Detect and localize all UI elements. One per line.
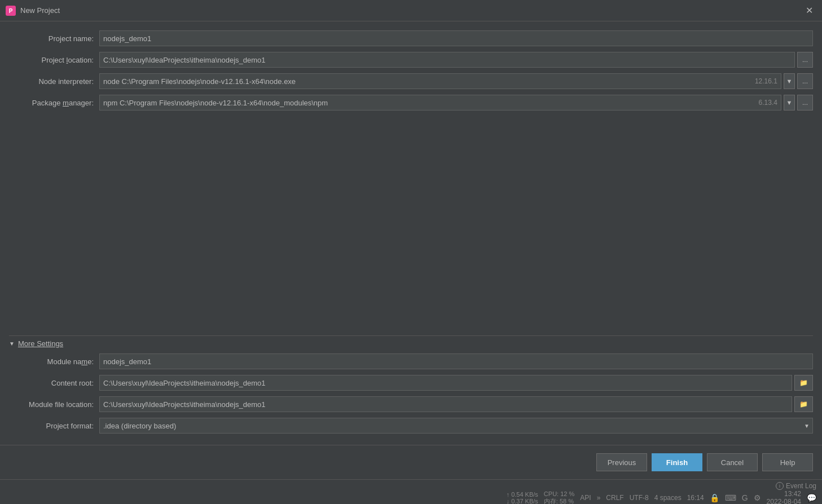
project-location-label: Project location: [9,56,99,64]
download-speed: ↓ 0.37 KB/s [507,498,538,504]
content-root-input[interactable] [99,375,792,391]
project-location-browse-btn[interactable]: ... [797,52,813,68]
module-file-location-wrapper: 📁 [99,396,813,412]
node-interpreter-label: Node interpreter: [9,77,99,86]
package-manager-row: Package manager: npm C:\Program Files\no… [9,95,813,110]
module-file-location-row: Module file location: 📁 [9,396,813,412]
charset-status[interactable]: UTF-8 [630,494,649,502]
package-manager-label: Package manager: [9,99,99,107]
module-name-row: Module name: [9,353,813,369]
project-name-row: Project name: [9,30,813,46]
project-location-input[interactable] [99,52,795,68]
svg-text:P: P [9,8,13,14]
cpu-stat: CPU: 12 % [544,490,574,497]
node-interpreter-wrapper: node C:\Program Files\nodejs\node-v12.16… [99,73,813,89]
status-row1: i Event Log [0,480,822,492]
previous-button[interactable]: Previous [596,453,647,471]
project-format-select[interactable]: .idea (directory based) [99,418,813,434]
event-log-icon: i [776,482,784,490]
keyboard-icon: ⌨ [725,493,736,502]
title-bar: P New Project ✕ [0,0,822,21]
api-label: API [580,494,591,502]
cpu-memory-stats: CPU: 12 % 内存: 58 % [544,490,574,505]
more-settings-label: More Settings [18,339,63,348]
node-interpreter-row: Node interpreter: node C:\Program Files\… [9,73,813,89]
project-format-label: Project format: [9,422,99,430]
content-root-browse-btn[interactable]: 📁 [794,375,813,391]
module-file-location-input[interactable] [99,396,792,412]
project-location-row: Project location: ... [9,52,813,68]
dialog-content: Project name: Project location: ... Node… [0,21,822,445]
package-manager-value: npm C:\Program Files\nodejs\node-v12.16.… [103,99,328,107]
package-manager-wrapper: npm C:\Program Files\nodejs\node-v12.16.… [99,95,813,110]
project-name-input[interactable] [99,30,813,46]
clock-time: 13:42 [784,490,801,498]
module-name-input[interactable] [99,353,813,369]
node-interpreter-dropdown-btn[interactable]: ▼ [784,73,795,89]
network-stats: ↑ 0.54 KB/s ↓ 0.37 KB/s [507,491,538,504]
node-interpreter-browse-btn[interactable]: ... [797,73,813,89]
button-bar: Previous Finish Cancel Help [0,445,822,479]
project-name-label: Project name: [9,34,99,43]
node-version: 12.16.1 [755,77,777,85]
lock-icon: 🔒 [710,493,719,502]
clock-area: 13:42 2022-08-04 [767,490,801,504]
project-location-wrapper: ... [99,52,813,68]
npm-version: 6.13.4 [759,99,777,107]
crlf-status[interactable]: CRLF [606,494,623,502]
content-root-wrapper: 📁 [99,375,813,391]
more-settings-content: Module name: Content root: 📁 Module file… [9,351,813,445]
node-interpreter-field[interactable]: node C:\Program Files\nodejs\node-v12.16… [99,73,781,89]
more-settings-triangle: ▼ [9,341,15,347]
indent-status[interactable]: 4 spaces [654,494,682,502]
package-manager-field[interactable]: npm C:\Program Files\nodejs\node-v12.16.… [99,95,781,110]
folder-icon2: 📁 [799,400,808,408]
more-settings-toggle[interactable]: ▼ More Settings [9,335,813,351]
cancel-button[interactable]: Cancel [707,453,758,471]
folder-icon: 📁 [799,379,808,387]
content-spacer [9,116,813,330]
node-interpreter-value: node C:\Program Files\nodejs\node-v12.16… [103,77,296,86]
app-icon: P [6,6,16,16]
time-display: 16:14 [687,494,704,502]
module-file-location-label: Module file location: [9,400,99,409]
module-name-input-wrapper [99,353,813,369]
notification-icon[interactable]: 💬 [807,493,816,502]
module-file-location-browse-btn[interactable]: 📁 [794,396,813,412]
clock-date: 2022-08-04 [767,498,801,504]
settings-icon[interactable]: ⚙ [754,493,761,502]
content-root-label: Content root: [9,379,99,387]
help-button[interactable]: Help [762,453,813,471]
event-log-button[interactable]: i Event Log [776,482,816,490]
arrows-icon: » [597,494,601,502]
upload-speed: ↑ 0.54 KB/s [507,491,538,498]
event-log-label: Event Log [786,482,816,490]
project-format-select-wrapper: .idea (directory based) ▼ [99,418,813,434]
package-manager-dropdown-btn[interactable]: ▼ [784,95,795,110]
memory-stat: 内存: 58 % [544,497,574,505]
project-format-row: Project format: .idea (directory based) … [9,418,813,434]
status-bar: i Event Log ↑ 0.54 KB/s ↓ 0.37 KB/s CPU:… [0,479,822,504]
status-row2: ↑ 0.54 KB/s ↓ 0.37 KB/s CPU: 12 % 内存: 58… [0,492,822,504]
package-manager-browse-btn[interactable]: ... [797,95,813,110]
module-name-label: Module name: [9,357,99,366]
content-root-row: Content root: 📁 [9,375,813,391]
project-name-input-wrapper [99,30,813,46]
close-button[interactable]: ✕ [802,4,816,17]
google-icon: G [742,493,748,502]
dialog-title: New Project [20,6,802,15]
finish-button[interactable]: Finish [652,453,702,471]
